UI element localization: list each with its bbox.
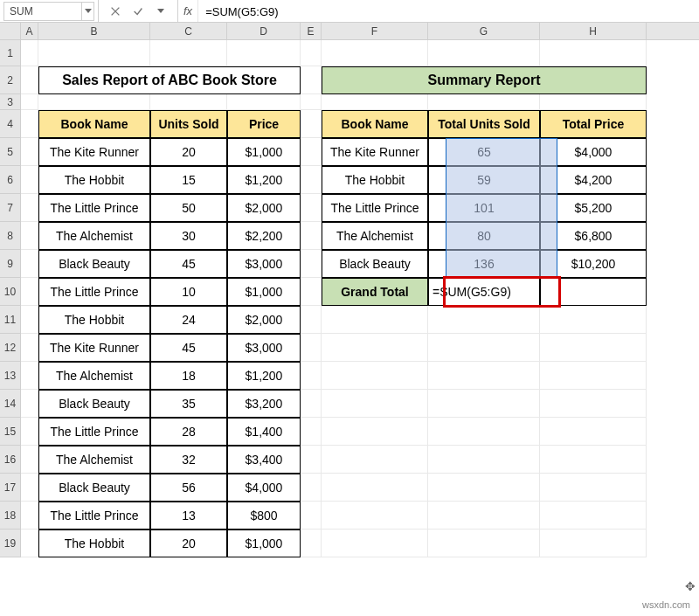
cell[interactable] <box>322 306 428 334</box>
select-all-corner[interactable] <box>0 23 21 39</box>
left-cell[interactable]: $2,000 <box>227 194 301 222</box>
cell[interactable] <box>227 94 301 110</box>
cell[interactable] <box>322 446 428 474</box>
cell[interactable] <box>301 306 322 334</box>
formula-input[interactable]: =SUM(G5:G9) <box>198 0 699 23</box>
left-cell[interactable]: $3,200 <box>227 390 301 418</box>
row-header[interactable]: 13 <box>0 362 20 390</box>
cell[interactable] <box>301 138 322 166</box>
row-header[interactable]: 7 <box>0 194 20 222</box>
right-cell[interactable]: $4,000 <box>540 138 647 166</box>
cancel-formula-button[interactable] <box>104 0 127 23</box>
cell[interactable] <box>21 474 38 502</box>
cell[interactable] <box>301 66 322 94</box>
cell[interactable] <box>301 222 322 250</box>
col-header-F[interactable]: F <box>322 23 428 39</box>
cell[interactable] <box>428 502 540 529</box>
cell[interactable] <box>322 334 428 362</box>
cell[interactable] <box>322 418 428 446</box>
left-cell[interactable]: The Alchemist <box>38 222 150 250</box>
cell[interactable] <box>301 446 322 474</box>
left-cell[interactable]: The Hobbit <box>38 529 150 557</box>
cell[interactable] <box>150 94 227 110</box>
cell[interactable] <box>301 418 322 446</box>
row-header[interactable]: 2 <box>0 66 20 94</box>
cell[interactable] <box>21 390 38 418</box>
cell[interactable] <box>301 529 322 557</box>
row-header[interactable]: 10 <box>0 278 20 306</box>
left-cell[interactable]: The Little Prince <box>38 194 150 222</box>
row-header[interactable]: 3 <box>0 94 20 110</box>
left-cell[interactable]: The Little Prince <box>38 502 150 529</box>
grand-total-price[interactable] <box>540 278 647 306</box>
cell[interactable] <box>540 40 647 66</box>
cell[interactable] <box>301 362 322 390</box>
cell[interactable] <box>21 502 38 529</box>
col-header-G[interactable]: G <box>428 23 540 39</box>
left-cell[interactable]: $1,400 <box>227 418 301 446</box>
row-header[interactable]: 19 <box>0 529 20 557</box>
left-cell[interactable]: The Little Prince <box>38 278 150 306</box>
row-header[interactable]: 1 <box>0 40 20 66</box>
cell[interactable] <box>301 390 322 418</box>
cell[interactable] <box>540 94 647 110</box>
row-header[interactable]: 8 <box>0 222 20 250</box>
left-cell[interactable]: 32 <box>150 446 227 474</box>
cell[interactable] <box>301 474 322 502</box>
left-cell[interactable]: The Alchemist <box>38 446 150 474</box>
left-cell[interactable]: 18 <box>150 362 227 390</box>
name-box-dropdown[interactable] <box>82 2 94 21</box>
left-cell[interactable]: $800 <box>227 502 301 529</box>
name-box[interactable]: SUM <box>3 2 82 21</box>
sales-title[interactable]: Sales Report of ABC Book Store <box>38 66 301 94</box>
cell[interactable] <box>540 306 647 334</box>
cell[interactable] <box>21 529 38 557</box>
enter-formula-button[interactable] <box>127 0 149 23</box>
left-cell[interactable]: The Kite Runner <box>38 334 150 362</box>
left-cell[interactable]: Black Beauty <box>38 474 150 502</box>
cell[interactable] <box>428 306 540 334</box>
cell[interactable] <box>21 334 38 362</box>
left-cell[interactable]: The Kite Runner <box>38 138 150 166</box>
left-cell[interactable]: $2,200 <box>227 222 301 250</box>
cell[interactable] <box>21 166 38 194</box>
cell[interactable] <box>38 94 150 110</box>
col-header-D[interactable]: D <box>227 23 301 39</box>
fx-label[interactable]: fx <box>178 0 198 22</box>
cell[interactable] <box>301 110 322 138</box>
cell[interactable] <box>428 390 540 418</box>
left-cell[interactable]: 35 <box>150 390 227 418</box>
cell[interactable] <box>150 40 227 66</box>
row-header[interactable]: 11 <box>0 306 20 334</box>
cell[interactable] <box>301 278 322 306</box>
left-header[interactable]: Price <box>227 110 301 138</box>
cell[interactable] <box>21 362 38 390</box>
left-cell[interactable]: The Alchemist <box>38 362 150 390</box>
left-cell[interactable]: 24 <box>150 306 227 334</box>
col-header-B[interactable]: B <box>38 23 150 39</box>
left-cell[interactable]: 20 <box>150 138 227 166</box>
left-cell[interactable]: Black Beauty <box>38 250 150 278</box>
left-cell[interactable]: 13 <box>150 502 227 529</box>
cell[interactable] <box>428 94 540 110</box>
cell[interactable] <box>301 250 322 278</box>
cell[interactable] <box>540 474 647 502</box>
cell[interactable] <box>428 446 540 474</box>
left-header[interactable]: Book Name <box>38 110 150 138</box>
cell[interactable] <box>428 474 540 502</box>
cell[interactable] <box>322 362 428 390</box>
cell[interactable] <box>21 194 38 222</box>
left-header[interactable]: Units Sold <box>150 110 227 138</box>
expand-formula-button[interactable] <box>149 0 172 23</box>
left-cell[interactable]: $3,000 <box>227 334 301 362</box>
right-cell[interactable]: $4,200 <box>540 166 647 194</box>
cell[interactable] <box>428 362 540 390</box>
cell[interactable] <box>21 418 38 446</box>
row-header[interactable]: 4 <box>0 110 20 138</box>
row-header[interactable]: 14 <box>0 390 20 418</box>
right-cell[interactable]: The Alchemist <box>322 222 428 250</box>
left-cell[interactable]: Black Beauty <box>38 390 150 418</box>
left-cell[interactable]: 50 <box>150 194 227 222</box>
right-cell[interactable]: $10,200 <box>540 250 647 278</box>
cell[interactable] <box>322 390 428 418</box>
